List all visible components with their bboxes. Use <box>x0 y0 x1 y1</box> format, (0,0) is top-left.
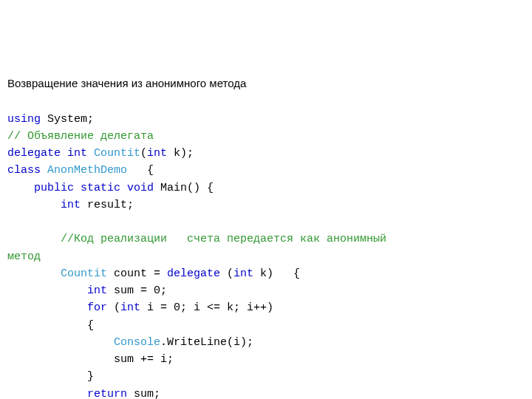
code-text: result; <box>81 199 134 211</box>
comment-line: //Код реализации счета передается как ан… <box>61 233 386 245</box>
keyword-int: int <box>67 147 87 160</box>
code-text: { <box>127 164 154 177</box>
code-text: { <box>7 319 94 332</box>
code-text: ( <box>220 267 233 280</box>
slide-title: Возвращение значения из анонимного метод… <box>7 75 525 92</box>
keyword-static: static <box>81 182 120 194</box>
code-text: ( <box>107 301 120 314</box>
code-indent <box>7 199 61 211</box>
code-text <box>41 164 47 177</box>
code-indent <box>7 267 61 280</box>
type-countit: Countit <box>61 267 107 280</box>
keyword-int: int <box>147 147 167 160</box>
code-text: sum += i; <box>7 353 174 366</box>
code-indent <box>7 182 34 194</box>
comment-line: // Объявление делегата <box>7 130 154 143</box>
keyword-delegate: delegate <box>7 147 61 160</box>
keyword-using: using <box>7 113 41 126</box>
code-indent <box>7 388 87 400</box>
code-block: using System; // Объявление делегата del… <box>7 111 525 400</box>
keyword-void: void <box>127 182 154 194</box>
keyword-int: int <box>120 301 140 314</box>
keyword-int: int <box>61 199 81 211</box>
code-indent <box>7 284 87 297</box>
code-text: ( <box>140 147 147 160</box>
keyword-delegate: delegate <box>167 267 220 280</box>
keyword-class: class <box>7 164 41 177</box>
keyword-int: int <box>233 267 253 280</box>
code-indent <box>7 301 87 314</box>
code-indent <box>7 336 114 349</box>
type-console: Console <box>114 336 160 349</box>
code-text <box>87 147 94 160</box>
keyword-int: int <box>87 284 107 297</box>
keyword-public: public <box>34 182 74 194</box>
code-text: k) { <box>253 267 300 280</box>
code-text <box>74 182 81 194</box>
code-text: k); <box>167 147 194 160</box>
keyword-for: for <box>87 301 107 314</box>
code-text: i = 0; i <= k; i++) <box>140 301 273 314</box>
code-text: count = <box>107 267 167 280</box>
code-text: Main() { <box>154 182 214 194</box>
type-countit: Countit <box>94 147 140 160</box>
code-text: System; <box>41 113 94 126</box>
code-text: } <box>7 370 94 383</box>
code-text: sum; <box>127 388 160 400</box>
code-text <box>61 147 67 160</box>
keyword-return: return <box>87 388 127 400</box>
type-anonmethdemo: AnonMethDemo <box>47 164 127 177</box>
code-text: sum = 0; <box>107 284 167 297</box>
code-text: .WriteLine(i); <box>160 336 253 349</box>
comment-line: метод <box>7 250 41 263</box>
code-indent <box>7 233 61 245</box>
code-text <box>120 182 127 194</box>
